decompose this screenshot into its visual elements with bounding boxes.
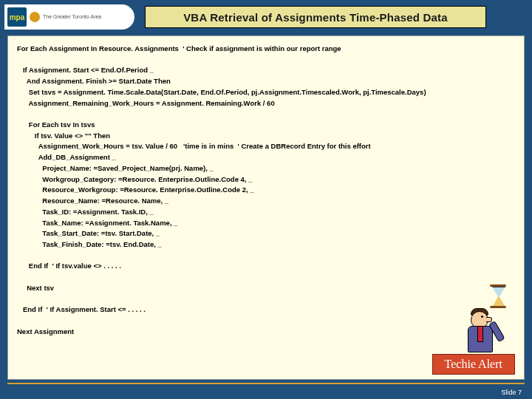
- code-panel: For Each Assignment In Resource. Assignm…: [7, 35, 525, 380]
- footer-divider: [7, 383, 525, 384]
- logo-dot-icon: [30, 12, 40, 22]
- hourglass-icon: [490, 284, 506, 308]
- slide-title: VBA Retrieval of Assignments Time-Phased…: [183, 11, 448, 24]
- slide-number: Slide 7: [501, 389, 522, 396]
- slide-title-box: VBA Retrieval of Assignments Time-Phased…: [145, 6, 486, 28]
- code-block: For Each Assignment In Resource. Assignm…: [17, 44, 515, 337]
- alert-text: Techie Alert: [445, 358, 502, 370]
- clipart-man-hourglass-icon: [463, 284, 508, 352]
- brand-logo: mpa The Greater Toronto Area: [4, 4, 134, 30]
- logo-badge: mpa: [7, 7, 27, 27]
- logo-subtext: The Greater Toronto Area: [43, 14, 101, 20]
- techie-alert-badge: Techie Alert: [432, 354, 515, 375]
